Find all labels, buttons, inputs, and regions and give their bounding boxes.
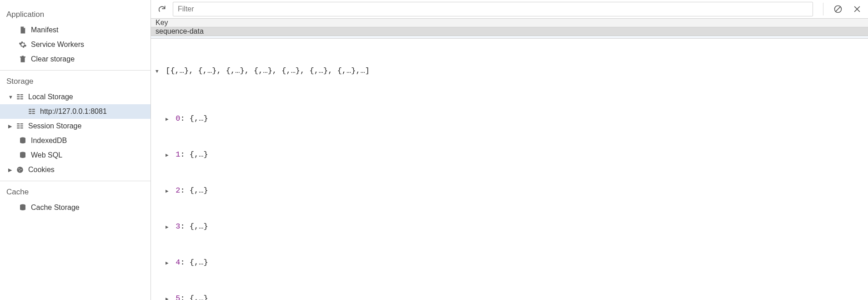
svg-rect-12 xyxy=(17,123,20,124)
sidebar-item-label: Clear storage xyxy=(31,55,75,63)
clear-all-button[interactable] xyxy=(832,3,844,15)
sidebar-item-label: Session Storage xyxy=(28,122,81,130)
svg-rect-1 xyxy=(20,94,23,95)
sidebar-item-label: Service Workers xyxy=(31,41,84,49)
sidebar: Application Manifest Service Workers Cle… xyxy=(0,0,151,300)
sidebar-item-cache-storage[interactable]: Cache Storage xyxy=(0,200,151,215)
viewer-entry[interactable]: ▶ 3: {,…} xyxy=(156,221,863,233)
viewer-entry[interactable]: ▶ 0: {,…} xyxy=(156,113,863,125)
sidebar-item-label: http://127.0.0.1:8081 xyxy=(40,107,107,116)
section-title-storage: Storage xyxy=(0,71,151,90)
document-icon xyxy=(18,26,27,34)
svg-rect-7 xyxy=(32,109,35,110)
database-icon xyxy=(18,137,27,145)
table-header-row: Key xyxy=(151,19,868,27)
svg-rect-14 xyxy=(17,126,20,127)
sidebar-item-websql[interactable]: Web SQL xyxy=(0,148,151,163)
svg-point-22 xyxy=(20,169,21,170)
database-icon xyxy=(18,151,27,159)
svg-rect-3 xyxy=(20,97,23,97)
svg-line-26 xyxy=(835,6,841,12)
viewer-root[interactable]: ▼ [{,…}, {,…}, {,…}, {,…}, {,…}, {,…}, {… xyxy=(156,65,863,77)
sidebar-item-label: Cache Storage xyxy=(31,203,80,212)
chevron-right-icon[interactable]: ▶ xyxy=(166,293,171,300)
viewer-entry[interactable]: ▶ 1: {,…} xyxy=(156,149,863,161)
filter-input[interactable] xyxy=(173,2,813,16)
viewer-entry[interactable]: ▶ 4: {,…} xyxy=(156,257,863,269)
column-header-key[interactable]: Key xyxy=(156,19,168,27)
sidebar-item-session-storage[interactable]: ▶ Session Storage xyxy=(0,119,151,133)
svg-rect-11 xyxy=(32,113,35,114)
chevron-right-icon[interactable]: ▶ xyxy=(166,149,171,161)
sidebar-item-label: Web SQL xyxy=(31,151,62,159)
sidebar-item-local-storage[interactable]: ▼ Local Storage xyxy=(0,90,151,104)
sidebar-item-label: IndexedDB xyxy=(31,137,67,145)
chevron-right-icon: ▶ xyxy=(8,123,15,129)
sidebar-item-clear-storage[interactable]: Clear storage xyxy=(0,52,151,66)
toolbar-right xyxy=(823,3,863,15)
sidebar-item-indexeddb[interactable]: IndexedDB xyxy=(0,133,151,148)
trash-icon xyxy=(18,55,27,63)
svg-rect-2 xyxy=(17,97,20,97)
sidebar-item-label: Manifest xyxy=(31,26,58,34)
sidebar-item-label: Local Storage xyxy=(28,93,73,101)
sidebar-item-manifest[interactable]: Manifest xyxy=(0,23,151,37)
viewer-entry[interactable]: ▶ 5: {,…} xyxy=(156,293,863,300)
section-title-application: Application xyxy=(0,4,151,23)
sidebar-item-cookies[interactable]: ▶ Cookies xyxy=(0,163,151,177)
svg-rect-5 xyxy=(20,98,23,99)
chevron-right-icon[interactable]: ▶ xyxy=(166,185,171,197)
refresh-button[interactable] xyxy=(156,3,168,15)
storage-key-cell: sequence-data xyxy=(156,27,204,36)
database-icon xyxy=(18,203,27,212)
svg-rect-8 xyxy=(29,111,31,112)
chevron-right-icon[interactable]: ▶ xyxy=(166,221,171,233)
chevron-right-icon: ▶ xyxy=(8,167,15,173)
svg-rect-15 xyxy=(20,126,23,127)
toolbar xyxy=(151,0,868,19)
chevron-down-icon: ▼ xyxy=(8,94,15,100)
svg-rect-6 xyxy=(29,109,31,110)
svg-rect-17 xyxy=(20,127,23,128)
svg-rect-4 xyxy=(17,98,20,99)
svg-rect-10 xyxy=(29,113,31,114)
main-panel: Key sequence-data ▼ [{,…}, {,…}, {,…}, {… xyxy=(151,0,868,300)
svg-rect-16 xyxy=(17,127,20,128)
svg-rect-9 xyxy=(32,111,35,112)
object-viewer[interactable]: ▼ [{,…}, {,…}, {,…}, {,…}, {,…}, {,…}, {… xyxy=(151,39,868,300)
sidebar-item-service-workers[interactable]: Service Workers xyxy=(0,37,151,52)
chevron-down-icon[interactable]: ▼ xyxy=(156,66,161,77)
section-title-cache: Cache xyxy=(0,181,151,200)
storage-icon xyxy=(27,107,36,116)
delete-selected-button[interactable] xyxy=(851,3,863,15)
svg-rect-13 xyxy=(20,123,23,124)
svg-point-20 xyxy=(17,167,23,173)
gear-icon xyxy=(18,41,27,49)
table-row[interactable]: sequence-data xyxy=(151,27,868,36)
svg-point-21 xyxy=(19,168,20,169)
svg-rect-0 xyxy=(17,94,20,95)
chevron-right-icon[interactable]: ▶ xyxy=(166,257,171,269)
viewer-entry[interactable]: ▶ 2: {,…} xyxy=(156,185,863,197)
sidebar-item-origin[interactable]: http://127.0.0.1:8081 xyxy=(0,104,151,119)
storage-icon xyxy=(15,122,25,130)
cookie-icon xyxy=(15,166,25,174)
chevron-right-icon[interactable]: ▶ xyxy=(166,113,171,125)
sidebar-item-label: Cookies xyxy=(28,166,55,174)
svg-point-23 xyxy=(19,170,20,171)
storage-icon xyxy=(15,93,25,101)
